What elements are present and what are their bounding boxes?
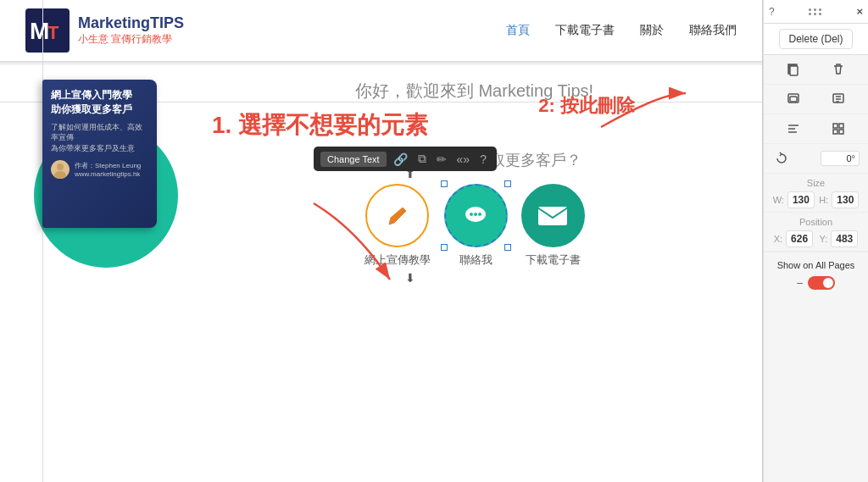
layer-icon[interactable] bbox=[784, 90, 803, 108]
toggle-minus: – bbox=[797, 277, 803, 289]
upload-icon-bottom: ⬇ bbox=[405, 271, 415, 285]
logo-icon: M T bbox=[25, 8, 70, 53]
show-all-pages-section: Show on All Pages – bbox=[764, 252, 868, 296]
canvas-area: M T MarketingTIPS 小生意 宣傳行銷教學 首頁 下載電子書 關於… bbox=[0, 0, 763, 482]
drag-handle-icon bbox=[809, 8, 822, 15]
help-icon[interactable]: ? bbox=[769, 6, 775, 18]
trash-icon[interactable] bbox=[829, 60, 848, 79]
contact-icon-circle[interactable] bbox=[444, 184, 508, 247]
size-row: W: 130 H: 130 bbox=[764, 190, 868, 213]
logo-sub-title: 小生意 宣傳行銷教學 bbox=[78, 32, 184, 47]
resize-handle-bl[interactable] bbox=[441, 244, 448, 251]
logo-area: M T MarketingTIPS 小生意 宣傳行銷教學 bbox=[25, 8, 184, 53]
grid-icon[interactable] bbox=[829, 119, 848, 138]
marketing-label: 網上宣傳教學 bbox=[364, 252, 431, 268]
svg-point-11 bbox=[57, 163, 64, 170]
svg-point-14 bbox=[470, 213, 473, 216]
book-desc: 了解如何運用低成本、高效率宣傳為你帶來更多客戶及生意 bbox=[51, 122, 148, 154]
delete-button[interactable]: Delete (Del) bbox=[779, 29, 852, 49]
welcome-text: 你好，歡迎來到 Marketing Tips! bbox=[212, 80, 737, 102]
position-row: X: 626 Y: 483 bbox=[764, 229, 868, 252]
copy-ft-icon[interactable]: ⧉ bbox=[415, 150, 430, 168]
logo-text-block: MarketingTIPS 小生意 宣傳行銷教學 bbox=[78, 14, 184, 47]
svg-text:T: T bbox=[47, 22, 59, 43]
floating-toolbar: Change Text 🔗 ⧉ ✏ «» ? bbox=[314, 147, 497, 171]
nav-links: 首頁 下載電子書 關於 聯絡我們 bbox=[506, 23, 737, 38]
svg-rect-17 bbox=[537, 206, 568, 226]
panel-top-bar: ? × bbox=[764, 0, 868, 24]
position-label: Position bbox=[764, 213, 868, 229]
width-label: W: bbox=[773, 195, 784, 205]
svg-rect-6 bbox=[833, 130, 837, 134]
show-all-pages-toggle[interactable] bbox=[808, 276, 835, 290]
show-all-pages-label: Show on All Pages bbox=[772, 259, 860, 271]
copy-icon[interactable] bbox=[784, 60, 803, 79]
height-label: H: bbox=[819, 195, 828, 205]
icon-row-3 bbox=[764, 114, 868, 144]
svg-text:M: M bbox=[30, 18, 49, 44]
size-label: Size bbox=[764, 174, 868, 190]
delete-button-row: Delete (Del) bbox=[764, 24, 868, 55]
height-input[interactable]: 130 bbox=[832, 191, 859, 208]
angle-input[interactable]: 0° bbox=[821, 151, 860, 166]
resize-handle-tr[interactable] bbox=[504, 180, 511, 187]
svg-rect-7 bbox=[839, 130, 843, 134]
icon-row-1 bbox=[764, 55, 868, 85]
svg-rect-2 bbox=[790, 97, 797, 102]
y-input[interactable]: 483 bbox=[831, 230, 858, 247]
align-left-icon[interactable] bbox=[784, 119, 803, 138]
nav-item-contact[interactable]: 聯絡我們 bbox=[689, 23, 737, 38]
annotation-step-1: 1. 選擇不想要的元素 bbox=[212, 109, 737, 141]
nav-item-download[interactable]: 下載電子書 bbox=[555, 23, 615, 38]
svg-point-15 bbox=[474, 213, 477, 216]
nav-item-home[interactable]: 首頁 bbox=[506, 23, 530, 38]
annotation-step-2: 2: 按此刪除 bbox=[538, 93, 635, 119]
icon-button-contact[interactable]: 聯絡我 bbox=[444, 184, 508, 268]
rotate-icon[interactable] bbox=[772, 149, 791, 168]
y-label: Y: bbox=[819, 234, 827, 244]
logo-main-title: MarketingTIPS bbox=[78, 14, 184, 32]
right-panel: ? × Delete (Del) bbox=[763, 0, 868, 482]
icon-buttons-row: Change Text 🔗 ⧉ ✏ «» ? ⬆ ⬇ bbox=[212, 184, 737, 268]
selected-element-container bbox=[444, 184, 508, 247]
book-cover[interactable]: 網上宣傳入門教學助你獲取更多客戶 了解如何運用低成本、高效率宣傳為你帶來更多客戶… bbox=[42, 80, 157, 228]
help-ft-icon[interactable]: ? bbox=[476, 151, 490, 168]
change-text-button[interactable]: Change Text bbox=[320, 152, 387, 167]
svg-point-16 bbox=[478, 213, 481, 216]
book-title: 網上宣傳入門教學助你獲取更多客戶 bbox=[51, 88, 148, 117]
download-icon-circle[interactable] bbox=[521, 184, 585, 247]
svg-rect-4 bbox=[833, 124, 837, 128]
x-input[interactable]: 626 bbox=[786, 230, 813, 247]
width-input[interactable]: 130 bbox=[787, 191, 815, 208]
close-button[interactable]: × bbox=[856, 5, 863, 18]
angle-row: 0° bbox=[764, 144, 868, 174]
website-content: 網上宣傳入門教學助你獲取更多客戶 了解如何運用低成本、高效率宣傳為你帶來更多客戶… bbox=[0, 63, 762, 285]
nav-item-about[interactable]: 關於 bbox=[640, 23, 664, 38]
align-icon[interactable] bbox=[829, 90, 848, 108]
x-label: X: bbox=[774, 234, 782, 244]
download-label: 下載電子書 bbox=[526, 252, 581, 268]
icon-button-download[interactable]: 下載電子書 bbox=[521, 184, 585, 268]
marketing-icon-circle[interactable] bbox=[365, 184, 429, 247]
icon-button-marketing[interactable]: 網上宣傳教學 bbox=[364, 184, 431, 268]
svg-rect-0 bbox=[790, 66, 798, 75]
toggle-row: – bbox=[772, 276, 860, 290]
author-avatar bbox=[51, 160, 70, 179]
book-cover-area: 網上宣傳入門教學助你獲取更多客戶 了解如何運用低成本、高效率宣傳為你帶來更多客戶… bbox=[25, 80, 195, 268]
resize-handle-br[interactable] bbox=[504, 244, 511, 251]
icon-row-2 bbox=[764, 85, 868, 114]
resize-handle-tl[interactable] bbox=[441, 180, 448, 187]
svg-rect-5 bbox=[839, 124, 843, 128]
quotes-icon[interactable]: «» bbox=[453, 151, 474, 168]
author-info: 作者：Stephen Leung www.marketingtips.hk bbox=[75, 161, 141, 178]
edit-icon[interactable]: ✏ bbox=[433, 151, 450, 168]
website-header: M T MarketingTIPS 小生意 宣傳行銷教學 首頁 下載電子書 關於… bbox=[0, 0, 762, 63]
position-section: Position X: 626 Y: 483 bbox=[764, 213, 868, 252]
contact-label: 聯絡我 bbox=[459, 252, 492, 268]
right-content: 你好，歡迎來到 Marketing Tips! 1. 選擇不想要的元素 想運用網… bbox=[212, 80, 737, 268]
link-icon[interactable]: 🔗 bbox=[390, 151, 411, 168]
book-author-area: 作者：Stephen Leung www.marketingtips.hk bbox=[51, 160, 148, 179]
svg-point-12 bbox=[54, 171, 66, 179]
